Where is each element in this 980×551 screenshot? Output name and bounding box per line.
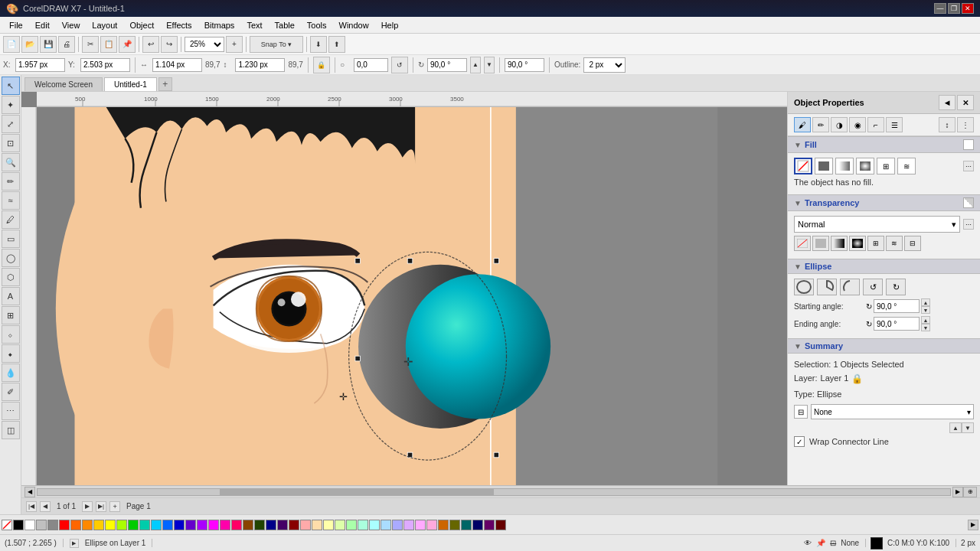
tool-smart-fill[interactable]: ⬥	[2, 344, 20, 363]
menu-effects[interactable]: Effects	[160, 19, 198, 31]
fill-section-header[interactable]: ▼ Fill	[788, 136, 980, 153]
panel-options-btn[interactable]: ⋮	[957, 117, 974, 132]
zoom-in-button[interactable]: +	[226, 36, 243, 53]
color-swatch-olive[interactable]	[449, 520, 460, 530]
summary-down-btn[interactable]: ▼	[962, 422, 974, 433]
scroll-left-btn[interactable]: ◀	[24, 487, 35, 497]
scroll-right-btn[interactable]: ▶	[952, 487, 963, 497]
save-button[interactable]: 💾	[40, 36, 57, 53]
tool-transform[interactable]: ⤢	[2, 115, 20, 133]
color-swatch-lightyellow[interactable]	[323, 520, 334, 530]
color-swatch-lightlime[interactable]	[335, 520, 345, 530]
wrap-checkbox[interactable]: ✓	[794, 436, 805, 447]
starting-angle-up-btn[interactable]: ▲	[921, 298, 930, 306]
color-swatch-cyan[interactable]	[151, 520, 162, 530]
cut-button[interactable]: ✂	[82, 36, 99, 53]
ellipse-cw-btn[interactable]: ↻	[886, 279, 906, 295]
menu-view[interactable]: View	[56, 19, 87, 31]
tool-table[interactable]: ⊞	[2, 306, 20, 324]
color-swatch-periwinkle[interactable]	[392, 520, 403, 530]
zoom-canvas-btn[interactable]: ⊕	[963, 487, 977, 497]
color-swatch-yellow2[interactable]	[105, 520, 116, 530]
color-swatch-orange[interactable]	[70, 520, 81, 530]
paste-button[interactable]: 📌	[119, 36, 136, 53]
tool-text[interactable]: A	[2, 287, 20, 305]
palette-scroll-right-btn[interactable]: ▶	[968, 520, 978, 530]
tool-zoom[interactable]: 🔍	[2, 153, 20, 171]
redo-button[interactable]: ↪	[161, 36, 178, 53]
pattern-trans-btn[interactable]: ⊞	[867, 236, 884, 251]
h-input[interactable]	[235, 58, 285, 72]
color-swatch-darkblue[interactable]	[266, 520, 276, 530]
tool-ellipse[interactable]: ◯	[2, 249, 20, 267]
transparency-tab-btn[interactable]: ◑	[831, 117, 848, 132]
color-swatch-navy[interactable]	[174, 520, 185, 530]
tool-outline[interactable]: ✐	[2, 383, 20, 401]
undo-button[interactable]: ↩	[142, 36, 159, 53]
color-swatch-skyblue[interactable]	[381, 520, 391, 530]
bitmap-trans-btn[interactable]: ⊟	[904, 236, 921, 251]
page-first-btn[interactable]: |◀	[26, 501, 37, 512]
page-last-btn[interactable]: ▶|	[96, 501, 106, 512]
transparency-section-header[interactable]: ▼ Transparency	[788, 194, 980, 211]
lock-icon[interactable]: 🔒	[851, 372, 863, 386]
tool-smartdraw[interactable]: 🖊	[2, 210, 20, 229]
canvas-area[interactable]: 500 1000 1500 2000 2500 3000	[21, 92, 787, 485]
tool-rect[interactable]: ▭	[2, 230, 20, 248]
ending-angle-up-btn[interactable]: ▲	[921, 316, 930, 324]
color-swatch-lightpink[interactable]	[415, 520, 426, 530]
tool-select[interactable]: ↖	[2, 77, 20, 95]
corner-tab-btn[interactable]: ⌐	[867, 117, 884, 132]
color-swatch-teal[interactable]	[139, 520, 150, 530]
summary-section-header[interactable]: ▼ Summary	[788, 338, 980, 354]
color-swatch-plum[interactable]	[484, 520, 495, 530]
color-swatch-pink2[interactable]	[231, 520, 242, 530]
color-swatch-violet[interactable]	[197, 520, 207, 530]
color-swatch-darkgreen[interactable]	[254, 520, 265, 530]
panel-expand-btn[interactable]: ↕	[939, 117, 956, 132]
tool-fill[interactable]: ⬦	[2, 325, 20, 344]
no-color-swatch[interactable]	[2, 520, 12, 530]
transparency-options-btn[interactable]: ⋯	[963, 219, 974, 230]
scrollbar-track[interactable]	[37, 488, 951, 496]
color-swatch-red[interactable]	[59, 520, 70, 530]
color-swatch-darkteal[interactable]	[461, 520, 472, 530]
texture-fill-btn[interactable]: ≋	[897, 158, 916, 174]
panel-close-btn[interactable]: ✕	[957, 95, 974, 110]
tool-bezier[interactable]: ≈	[2, 191, 20, 210]
fill-options-btn[interactable]: ⋯	[963, 161, 974, 171]
tab-add-button[interactable]: +	[158, 77, 172, 91]
color-swatch-blue[interactable]	[162, 520, 173, 530]
summary-up-btn[interactable]: ▲	[949, 422, 962, 433]
new-button[interactable]: 📄	[3, 36, 20, 53]
tool-blend[interactable]: ⋯	[2, 402, 20, 420]
stroke-tab-btn[interactable]: ✏	[812, 117, 829, 132]
zoom-select[interactable]: 25% 50% 75% 100%	[185, 37, 224, 52]
angle-input[interactable]	[354, 58, 388, 72]
menu-object[interactable]: Object	[123, 19, 160, 31]
fill-tab-btn[interactable]: 🖌	[794, 117, 811, 132]
snap-button[interactable]: Snap To ▾	[250, 36, 303, 53]
color-swatch-darkpurple[interactable]	[277, 520, 288, 530]
minimize-button[interactable]: —	[934, 3, 946, 14]
color-swatch-brown[interactable]	[243, 520, 253, 530]
rotation-up-btn[interactable]: ▲	[470, 57, 481, 73]
color-swatch-orange-brown[interactable]	[438, 520, 449, 530]
ending-angle-input[interactable]	[874, 317, 920, 331]
color-swatch-orange2[interactable]	[82, 520, 93, 530]
starting-angle-down-btn[interactable]: ▼	[921, 306, 930, 314]
color-swatch-light-red[interactable]	[300, 520, 311, 530]
import-button[interactable]: ⬇	[310, 36, 327, 53]
copy-button[interactable]: 📋	[100, 36, 117, 53]
color-swatch-lightcyan[interactable]	[369, 520, 380, 530]
color-swatch-grey1[interactable]	[36, 520, 47, 530]
effects-tab-btn[interactable]: ◉	[849, 117, 866, 132]
y-input[interactable]	[80, 58, 130, 72]
tool-crop[interactable]: ⊡	[2, 134, 20, 152]
no-trans-btn[interactable]	[794, 236, 811, 251]
menu-edit[interactable]: Edit	[29, 19, 56, 31]
export-button[interactable]: ⬆	[328, 36, 345, 53]
color-swatch-lightgreen[interactable]	[346, 520, 357, 530]
ellipse-full-btn[interactable]	[794, 279, 814, 295]
color-swatch-purple[interactable]	[185, 520, 196, 530]
